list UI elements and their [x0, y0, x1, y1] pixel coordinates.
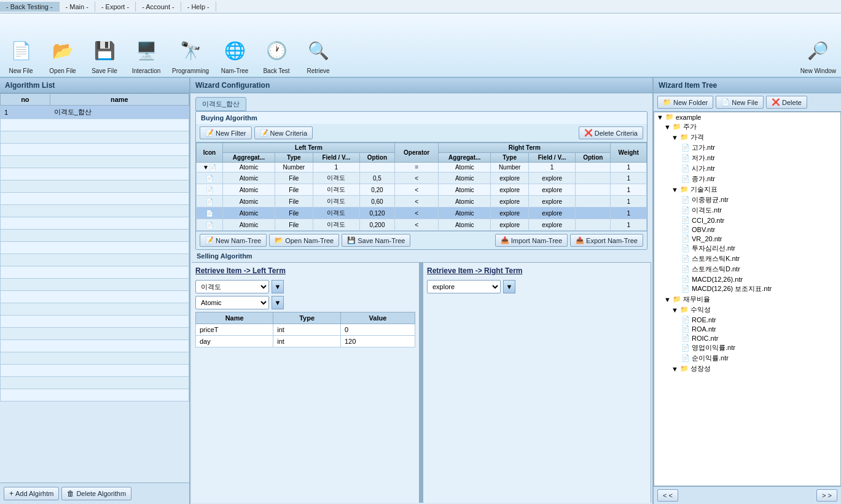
- tree-item-cci20[interactable]: 📄 CCI_20.ntr: [654, 215, 840, 225]
- new-folder-button[interactable]: 📁 New Folder: [657, 96, 713, 109]
- right-dropdown1[interactable]: explore: [427, 280, 501, 293]
- open-file-button[interactable]: 📂 Open File: [47, 34, 79, 74]
- tree-item-op-margin[interactable]: 📄 영업이익률.ntr: [654, 343, 840, 353]
- tree-item-dual-avg[interactable]: 📄 이중평균.ntr: [654, 195, 840, 205]
- tree-item-example[interactable]: ▼ 📁 example: [654, 112, 840, 122]
- row-l-agg: Atomic: [222, 163, 275, 173]
- tree-item-psych[interactable]: 📄 투자심리선.ntr: [654, 243, 840, 254]
- delete-criteria-button[interactable]: ❌ Delete Criteria: [579, 126, 643, 139]
- tree-item-technical[interactable]: ▼ 📁 기술지표: [654, 184, 840, 195]
- tree-item-label: OBV.ntr: [692, 226, 715, 233]
- left-dropdown2[interactable]: Atomic: [195, 296, 269, 309]
- col-l-type: Type: [275, 153, 313, 163]
- tree-item-roa[interactable]: 📄 ROA.ntr: [654, 324, 840, 333]
- add-algorithm-button[interactable]: + Add Algirhtm: [4, 487, 59, 500]
- export-nam-tree-label: Export Nam-Tree: [586, 237, 638, 244]
- tree-item-vr20[interactable]: 📄 VR_20.ntr: [654, 234, 840, 243]
- back-test-label: Back Test: [263, 68, 289, 74]
- tree-item-open[interactable]: 📄 시가.ntr: [654, 163, 840, 174]
- menu-help[interactable]: - Help -: [181, 2, 216, 12]
- tree-item-low[interactable]: 📄 저가.ntr: [654, 153, 840, 163]
- export-nam-tree-button[interactable]: 📤 Export Nam-Tree: [570, 234, 643, 247]
- tree-prev-button[interactable]: < <: [657, 489, 678, 502]
- criteria-row[interactable]: 📄 AtomicFile이격도0,200 < Atomicexploreexpl…: [197, 219, 647, 231]
- new-file-button[interactable]: 📄 New File: [5, 34, 37, 74]
- tree-new-file-button[interactable]: 📄 New File: [716, 96, 764, 109]
- tree-item-profitability[interactable]: ▼ 📁 수익성: [654, 304, 840, 315]
- tree-item-stoD[interactable]: 📄 스토캐스틱D.ntr: [654, 264, 840, 274]
- wizard-tree-title: Wizard Item Tree: [654, 78, 841, 93]
- save-nam-tree-button[interactable]: 💾 Save Nam-Tree: [342, 234, 410, 247]
- tree-item-growth[interactable]: ▼ 📁 성장성: [654, 363, 840, 374]
- tree-item-close[interactable]: 📄 종가.ntr: [654, 174, 840, 184]
- table-row[interactable]: priceT int 0: [196, 324, 415, 336]
- menu-export[interactable]: - Export -: [95, 2, 136, 12]
- table-row[interactable]: 1 이격도_합산: [1, 106, 189, 119]
- file-icon: 📄: [681, 244, 690, 252]
- table-row: [1, 168, 189, 180]
- criteria-row[interactable]: 📄 AtomicFile이격도0,120 < Atomicexploreexpl…: [197, 207, 647, 219]
- menu-account[interactable]: - Account -: [136, 2, 181, 12]
- tree-new-file-label: New File: [732, 99, 758, 106]
- interaction-button[interactable]: 🖥️ Interaction: [130, 34, 162, 74]
- tree-item-net-margin[interactable]: 📄 순이익률.ntr: [654, 353, 840, 363]
- open-nam-tree-button[interactable]: 📂 Open Nam-Tree: [269, 234, 339, 247]
- menu-main[interactable]: - Main -: [60, 2, 95, 12]
- criteria-row[interactable]: ▼📄 Atomic Number 1 = Atomic Number 1: [197, 163, 647, 173]
- new-criteria-label: New Criteria: [270, 130, 308, 137]
- criteria-row[interactable]: 📄 AtomicFile이격도0,20 < Atomicexploreexplo…: [197, 184, 647, 196]
- col-name: name: [50, 94, 189, 106]
- add-icon: +: [9, 489, 14, 498]
- right-dropdown1-arrow[interactable]: ▼: [503, 280, 515, 293]
- programming-button[interactable]: 🔭 Programming: [172, 34, 209, 74]
- new-criteria-button[interactable]: 📝 New Criteria: [254, 126, 313, 139]
- tree-item-label: 순이익률.ntr: [692, 354, 729, 363]
- tree-item-label: 스토캐스틱K.ntr: [692, 254, 740, 263]
- new-filter-button[interactable]: 📝 New Filter: [200, 126, 252, 139]
- tree-item-roic[interactable]: 📄 ROIC.ntr: [654, 333, 840, 343]
- delete-algorithm-button[interactable]: 🗑 Delete Algorithm: [61, 487, 131, 500]
- tree-next-button[interactable]: > >: [816, 489, 837, 502]
- import-nam-tree-button[interactable]: 📥 Import Nam-Tree: [495, 234, 568, 247]
- tree-item-stocks[interactable]: ▼ 📁 주가: [654, 122, 840, 132]
- folder-icon: 📁: [680, 185, 689, 193]
- left-dropdown2-arrow[interactable]: ▼: [272, 296, 284, 309]
- retrieve-toolbar-button[interactable]: 🔍 Retrieve: [302, 34, 334, 74]
- new-window-button[interactable]: 🔎 New Window: [800, 34, 836, 74]
- left-dropdown1[interactable]: 이격도: [195, 280, 269, 293]
- retrieve-left-table: Name Type Value priceT int 0: [195, 312, 415, 347]
- tree-delete-button[interactable]: ❌ Delete: [766, 96, 807, 109]
- tree-item-obv[interactable]: 📄 OBV.ntr: [654, 225, 840, 234]
- criteria-row[interactable]: 📄 AtomicFile이격도0,5 < Atomicexploreexplor…: [197, 173, 647, 184]
- table-row: [1, 365, 189, 377]
- tree-item-label: 시가.ntr: [692, 164, 715, 173]
- tree-item-macd-signal[interactable]: 📄 MACD(12,26) 보조지표.ntr: [654, 284, 840, 294]
- table-row[interactable]: day int 120: [196, 336, 415, 347]
- nam-tree-button[interactable]: 🌐 Nam-Tree: [219, 34, 251, 74]
- folder-icon: 📁: [665, 113, 674, 121]
- tree-item-price[interactable]: ▼ 📁 가격: [654, 132, 840, 142]
- back-test-button[interactable]: 🕐 Back Test: [260, 34, 292, 74]
- col-l-opt: Option: [359, 153, 394, 163]
- tree-item-roe[interactable]: 📄 ROE.ntr: [654, 315, 840, 324]
- import-nam-tree-label: Import Nam-Tree: [511, 237, 562, 244]
- tree-item-label: 기술지표: [690, 185, 718, 194]
- col-l-agg: Aggregat...: [222, 153, 275, 163]
- criteria-row[interactable]: 📄 AtomicFile이격도0,60 < Atomicexploreexplo…: [197, 196, 647, 207]
- tree-item-stoK[interactable]: 📄 스토캐스틱K.ntr: [654, 254, 840, 264]
- new-nam-tree-button[interactable]: 📝 New Nam-Tree: [200, 234, 267, 247]
- tree-item-high[interactable]: 📄 고가.ntr: [654, 142, 840, 153]
- save-file-button[interactable]: 💾 Save File: [88, 34, 120, 74]
- table-row: [1, 352, 189, 365]
- menu-back-testing[interactable]: - Back Testing -: [0, 2, 60, 12]
- tree-item-label: ROIC.ntr: [692, 335, 718, 342]
- table-row: [1, 266, 189, 279]
- tree-item-gap-ratio[interactable]: 📄 이격도.ntr: [654, 205, 840, 215]
- tree-item-label: 재무비율: [683, 295, 710, 304]
- col-left-term-header: Left Term: [222, 143, 394, 153]
- tree-item-macd[interactable]: 📄 MACD(12,26).ntr: [654, 274, 840, 284]
- left-dropdown1-arrow[interactable]: ▼: [272, 280, 284, 293]
- algorithm-tab[interactable]: 이격도_합산: [195, 97, 246, 111]
- save-file-icon: 💾: [88, 34, 120, 66]
- tree-item-financial[interactable]: ▼ 📁 재무비율: [654, 294, 840, 304]
